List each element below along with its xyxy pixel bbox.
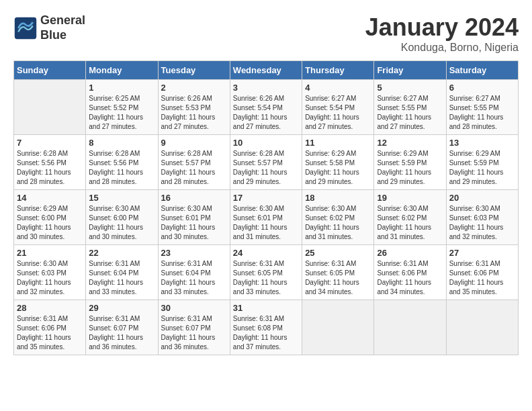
calendar-table: SundayMondayTuesdayWednesdayThursdayFrid… [13, 60, 519, 355]
calendar-cell: 4Sunrise: 6:27 AM Sunset: 5:54 PM Daylig… [302, 80, 374, 135]
calendar-subtitle: Konduga, Borno, Nigeria [365, 42, 519, 54]
header-sunday: Sunday [14, 61, 86, 80]
day-info: Sunrise: 6:30 AM Sunset: 6:03 PM Dayligh… [17, 259, 83, 297]
day-info: Sunrise: 6:31 AM Sunset: 6:04 PM Dayligh… [89, 259, 154, 297]
day-info: Sunrise: 6:28 AM Sunset: 5:57 PM Dayligh… [161, 149, 227, 187]
day-info: Sunrise: 6:31 AM Sunset: 6:07 PM Dayligh… [89, 314, 154, 352]
day-info: Sunrise: 6:29 AM Sunset: 5:59 PM Dayligh… [449, 149, 515, 187]
calendar-cell: 17Sunrise: 6:30 AM Sunset: 6:01 PM Dayli… [230, 190, 302, 245]
day-info: Sunrise: 6:28 AM Sunset: 5:57 PM Dayligh… [233, 149, 299, 187]
header-thursday: Thursday [302, 61, 374, 80]
calendar-cell: 24Sunrise: 6:31 AM Sunset: 6:05 PM Dayli… [230, 245, 302, 300]
calendar-cell: 5Sunrise: 6:27 AM Sunset: 5:55 PM Daylig… [374, 80, 446, 135]
day-number: 19 [377, 193, 443, 203]
day-number: 6 [449, 83, 515, 93]
calendar-cell: 11Sunrise: 6:29 AM Sunset: 5:58 PM Dayli… [302, 135, 374, 190]
logo: General Blue [13, 13, 85, 42]
calendar-cell: 21Sunrise: 6:30 AM Sunset: 6:03 PM Dayli… [14, 245, 86, 300]
day-number: 22 [89, 248, 154, 258]
day-number: 5 [377, 83, 443, 93]
day-number: 14 [17, 193, 83, 203]
calendar-week-row: 1Sunrise: 6:25 AM Sunset: 5:52 PM Daylig… [14, 80, 519, 135]
day-info: Sunrise: 6:27 AM Sunset: 5:55 PM Dayligh… [449, 94, 515, 132]
calendar-cell: 12Sunrise: 6:29 AM Sunset: 5:59 PM Dayli… [374, 135, 446, 190]
calendar-week-row: 21Sunrise: 6:30 AM Sunset: 6:03 PM Dayli… [14, 245, 519, 300]
day-info: Sunrise: 6:27 AM Sunset: 5:54 PM Dayligh… [305, 94, 371, 132]
day-number: 17 [233, 193, 299, 203]
day-info: Sunrise: 6:31 AM Sunset: 6:07 PM Dayligh… [161, 314, 227, 352]
calendar-cell: 14Sunrise: 6:29 AM Sunset: 6:00 PM Dayli… [14, 190, 86, 245]
header-saturday: Saturday [446, 61, 518, 80]
calendar-header-row: SundayMondayTuesdayWednesdayThursdayFrid… [14, 61, 519, 80]
calendar-cell: 9Sunrise: 6:28 AM Sunset: 5:57 PM Daylig… [158, 135, 230, 190]
calendar-cell: 18Sunrise: 6:30 AM Sunset: 6:02 PM Dayli… [302, 190, 374, 245]
calendar-cell: 6Sunrise: 6:27 AM Sunset: 5:55 PM Daylig… [446, 80, 518, 135]
day-info: Sunrise: 6:31 AM Sunset: 6:04 PM Dayligh… [161, 259, 227, 297]
day-number: 26 [377, 248, 443, 258]
day-info: Sunrise: 6:27 AM Sunset: 5:55 PM Dayligh… [377, 94, 443, 132]
calendar-cell: 20Sunrise: 6:30 AM Sunset: 6:03 PM Dayli… [446, 190, 518, 245]
calendar-cell: 28Sunrise: 6:31 AM Sunset: 6:06 PM Dayli… [14, 300, 86, 355]
day-info: Sunrise: 6:30 AM Sunset: 6:00 PM Dayligh… [89, 204, 154, 242]
calendar-cell: 23Sunrise: 6:31 AM Sunset: 6:04 PM Dayli… [158, 245, 230, 300]
day-number: 15 [89, 193, 154, 203]
calendar-cell: 16Sunrise: 6:30 AM Sunset: 6:01 PM Dayli… [158, 190, 230, 245]
calendar-cell: 27Sunrise: 6:31 AM Sunset: 6:06 PM Dayli… [446, 245, 518, 300]
day-info: Sunrise: 6:31 AM Sunset: 6:06 PM Dayligh… [377, 259, 443, 297]
day-number: 28 [17, 303, 83, 313]
calendar-cell: 22Sunrise: 6:31 AM Sunset: 6:04 PM Dayli… [86, 245, 158, 300]
day-number: 18 [305, 193, 371, 203]
day-number: 11 [305, 138, 371, 148]
day-number: 12 [377, 138, 443, 148]
day-info: Sunrise: 6:31 AM Sunset: 6:06 PM Dayligh… [17, 314, 83, 352]
day-number: 23 [161, 248, 227, 258]
calendar-cell: 7Sunrise: 6:28 AM Sunset: 5:56 PM Daylig… [14, 135, 86, 190]
header-friday: Friday [374, 61, 446, 80]
page-header: General Blue January 2024 Konduga, Borno… [13, 13, 519, 54]
day-number: 1 [89, 83, 154, 93]
calendar-week-row: 28Sunrise: 6:31 AM Sunset: 6:06 PM Dayli… [14, 300, 519, 355]
day-info: Sunrise: 6:30 AM Sunset: 6:02 PM Dayligh… [305, 204, 371, 242]
day-number: 8 [89, 138, 154, 148]
day-info: Sunrise: 6:28 AM Sunset: 5:56 PM Dayligh… [17, 149, 83, 187]
calendar-cell: 13Sunrise: 6:29 AM Sunset: 5:59 PM Dayli… [446, 135, 518, 190]
day-info: Sunrise: 6:29 AM Sunset: 5:59 PM Dayligh… [377, 149, 443, 187]
day-info: Sunrise: 6:29 AM Sunset: 5:58 PM Dayligh… [305, 149, 371, 187]
calendar-cell: 10Sunrise: 6:28 AM Sunset: 5:57 PM Dayli… [230, 135, 302, 190]
calendar-cell: 26Sunrise: 6:31 AM Sunset: 6:06 PM Dayli… [374, 245, 446, 300]
logo-text: General Blue [40, 13, 85, 42]
day-info: Sunrise: 6:26 AM Sunset: 5:53 PM Dayligh… [161, 94, 227, 132]
day-info: Sunrise: 6:31 AM Sunset: 6:05 PM Dayligh… [305, 259, 371, 297]
day-number: 27 [449, 248, 515, 258]
calendar-cell [374, 300, 446, 355]
header-wednesday: Wednesday [230, 61, 302, 80]
calendar-cell [446, 300, 518, 355]
day-number: 25 [305, 248, 371, 258]
day-info: Sunrise: 6:30 AM Sunset: 6:01 PM Dayligh… [161, 204, 227, 242]
day-info: Sunrise: 6:30 AM Sunset: 6:01 PM Dayligh… [233, 204, 299, 242]
calendar-cell: 25Sunrise: 6:31 AM Sunset: 6:05 PM Dayli… [302, 245, 374, 300]
header-monday: Monday [86, 61, 158, 80]
day-number: 29 [89, 303, 154, 313]
title-block: January 2024 Konduga, Borno, Nigeria [365, 13, 519, 54]
day-info: Sunrise: 6:30 AM Sunset: 6:02 PM Dayligh… [377, 204, 443, 242]
calendar-cell: 8Sunrise: 6:28 AM Sunset: 5:56 PM Daylig… [86, 135, 158, 190]
day-number: 3 [233, 83, 299, 93]
calendar-cell: 1Sunrise: 6:25 AM Sunset: 5:52 PM Daylig… [86, 80, 158, 135]
day-info: Sunrise: 6:31 AM Sunset: 6:05 PM Dayligh… [233, 259, 299, 297]
day-info: Sunrise: 6:26 AM Sunset: 5:54 PM Dayligh… [233, 94, 299, 132]
day-info: Sunrise: 6:25 AM Sunset: 5:52 PM Dayligh… [89, 94, 154, 132]
calendar-week-row: 7Sunrise: 6:28 AM Sunset: 5:56 PM Daylig… [14, 135, 519, 190]
day-info: Sunrise: 6:30 AM Sunset: 6:03 PM Dayligh… [449, 204, 515, 242]
day-number: 20 [449, 193, 515, 203]
day-number: 16 [161, 193, 227, 203]
day-info: Sunrise: 6:31 AM Sunset: 6:06 PM Dayligh… [449, 259, 515, 297]
calendar-cell: 15Sunrise: 6:30 AM Sunset: 6:00 PM Dayli… [86, 190, 158, 245]
calendar-cell: 19Sunrise: 6:30 AM Sunset: 6:02 PM Dayli… [374, 190, 446, 245]
calendar-cell: 29Sunrise: 6:31 AM Sunset: 6:07 PM Dayli… [86, 300, 158, 355]
day-info: Sunrise: 6:28 AM Sunset: 5:56 PM Dayligh… [89, 149, 154, 187]
calendar-title: January 2024 [365, 13, 519, 42]
day-number: 7 [17, 138, 83, 148]
day-number: 13 [449, 138, 515, 148]
day-number: 30 [161, 303, 227, 313]
